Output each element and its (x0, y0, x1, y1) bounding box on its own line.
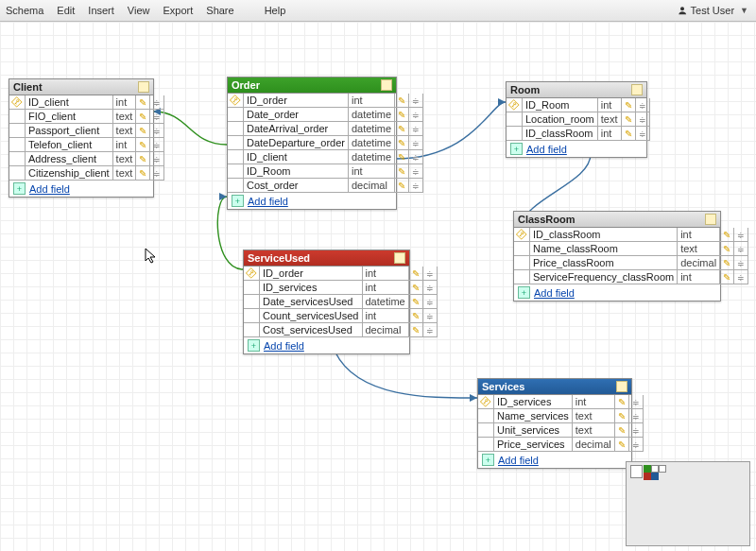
table-row[interactable]: Date_orderdatetime✎≑ (228, 108, 423, 122)
add-field[interactable]: +Add field (514, 284, 720, 301)
table-row[interactable]: ⚿ID_orderint✎≑ (244, 267, 437, 281)
table-row[interactable]: Citizenship_clienttext✎≑ (9, 166, 164, 181)
reorder-handle[interactable]: ≑ (734, 270, 748, 284)
add-field-link[interactable]: Add field (526, 144, 567, 155)
edit-field[interactable]: ✎ (621, 127, 635, 141)
table-row[interactable]: ID_Roomint✎≑ (228, 164, 423, 179)
edit-field[interactable]: ✎ (136, 95, 150, 110)
table-header[interactable]: Room (507, 82, 646, 98)
table-header[interactable]: Order (228, 77, 396, 94)
edit-field[interactable]: ✎ (614, 423, 628, 438)
reorder-handle[interactable]: ≑ (734, 242, 748, 256)
table-order[interactable]: Order ⚿ID_orderint✎≑Date_orderdatetime✎≑… (227, 77, 397, 210)
reorder-handle[interactable]: ≑ (150, 138, 164, 152)
reorder-handle[interactable]: ≑ (409, 94, 423, 108)
table-row[interactable]: ⚿ID_orderint✎≑ (228, 94, 423, 108)
add-field[interactable]: +Add field (244, 337, 409, 353)
table-header[interactable]: Client (9, 79, 153, 95)
reorder-handle[interactable]: ≑ (628, 409, 643, 423)
menu-help[interactable]: Help (265, 5, 286, 16)
add-field[interactable]: +Add field (9, 181, 153, 197)
table-row[interactable]: Unit_servicestext✎≑ (478, 423, 643, 438)
table-row[interactable]: Price_classRoomdecimal✎≑ (514, 256, 748, 270)
table-row[interactable]: Address_clienttext✎≑ (9, 152, 164, 166)
reorder-handle[interactable]: ≑ (150, 152, 164, 166)
edit-table-icon[interactable] (631, 84, 643, 95)
edit-field[interactable]: ✎ (395, 122, 409, 136)
edit-field[interactable]: ✎ (614, 409, 628, 423)
reorder-handle[interactable]: ≑ (150, 110, 164, 124)
reorder-handle[interactable]: ≑ (409, 164, 423, 179)
reorder-handle[interactable]: ≑ (422, 267, 437, 281)
edit-field[interactable]: ✎ (408, 323, 422, 337)
menu-edit[interactable]: Edit (57, 5, 75, 16)
user-menu[interactable]: Test User ▼ (678, 5, 748, 16)
table-row[interactable]: FIO_clienttext✎≑ (9, 110, 164, 124)
table-row[interactable]: ID_clientdatetime✎≑ (228, 150, 423, 164)
edit-field[interactable]: ✎ (720, 270, 734, 284)
reorder-handle[interactable]: ≑ (628, 438, 643, 452)
edit-table-icon[interactable] (381, 79, 392, 91)
add-field[interactable]: +Add field (507, 141, 646, 157)
edit-field[interactable]: ✎ (720, 256, 734, 270)
table-services[interactable]: Services ⚿ID_servicesint✎≑Name_servicest… (477, 378, 632, 469)
table-row[interactable]: Count_servicesUsedint✎≑ (244, 309, 437, 323)
edit-field[interactable]: ✎ (614, 395, 628, 409)
reorder-handle[interactable]: ≑ (409, 136, 423, 150)
edit-field[interactable]: ✎ (136, 110, 150, 124)
edit-field[interactable]: ✎ (136, 138, 150, 152)
table-row[interactable]: Cost_servicesUseddecimal✎≑ (244, 323, 437, 337)
reorder-handle[interactable]: ≑ (409, 179, 423, 193)
add-field-link[interactable]: Add field (248, 196, 288, 207)
reorder-handle[interactable]: ≑ (635, 98, 649, 112)
table-row[interactable]: ⚿ID_classRoomint✎≑ (514, 228, 748, 242)
table-room[interactable]: Room ⚿ID_Roomint✎≑Location_roomtext✎≑ID_… (506, 81, 647, 158)
table-row[interactable]: ID_servicesint✎≑ (244, 281, 437, 295)
reorder-handle[interactable]: ≑ (422, 309, 437, 323)
edit-field[interactable]: ✎ (720, 228, 734, 242)
edit-field[interactable]: ✎ (720, 242, 734, 256)
reorder-handle[interactable]: ≑ (409, 122, 423, 136)
edit-field[interactable]: ✎ (621, 112, 635, 127)
reorder-handle[interactable]: ≑ (422, 323, 437, 337)
menu-insert[interactable]: Insert (88, 5, 114, 16)
reorder-handle[interactable]: ≑ (409, 150, 423, 164)
edit-field[interactable]: ✎ (408, 267, 422, 281)
table-row[interactable]: DateDeparture_orderdatetime✎≑ (228, 136, 423, 150)
add-field-link[interactable]: Add field (264, 340, 304, 352)
add-field[interactable]: +Add field (478, 452, 631, 468)
add-field-link[interactable]: Add field (29, 183, 70, 195)
reorder-handle[interactable]: ≑ (635, 127, 649, 141)
menu-share[interactable]: Share (206, 5, 233, 16)
table-row[interactable]: Name_servicestext✎≑ (478, 409, 643, 423)
table-header[interactable]: Services (478, 379, 631, 395)
table-row[interactable]: Date_servicesUseddatetime✎≑ (244, 295, 437, 309)
menu-view[interactable]: View (128, 5, 150, 16)
table-classroom[interactable]: ClassRoom ⚿ID_classRoomint✎≑Name_classRo… (513, 211, 721, 301)
reorder-handle[interactable]: ≑ (628, 423, 643, 438)
table-row[interactable]: Passport_clienttext✎≑ (9, 124, 164, 138)
edit-field[interactable]: ✎ (395, 179, 409, 193)
table-row[interactable]: Location_roomtext✎≑ (507, 112, 649, 127)
menu-schema[interactable]: Schema (6, 5, 43, 16)
edit-field[interactable]: ✎ (621, 98, 635, 112)
menu-export[interactable]: Export (163, 5, 194, 16)
table-client[interactable]: Client ⚿ID_clientint✎≑FIO_clienttext✎≑Pa… (9, 78, 154, 198)
reorder-handle[interactable]: ≑ (734, 228, 748, 242)
reorder-handle[interactable]: ≑ (422, 295, 437, 309)
edit-field[interactable]: ✎ (408, 295, 422, 309)
table-row[interactable]: Name_classRoomtext✎≑ (514, 242, 748, 256)
table-row[interactable]: DateArrival_orderdatetime✎≑ (228, 122, 423, 136)
edit-field[interactable]: ✎ (408, 309, 422, 323)
edit-table-icon[interactable] (394, 252, 405, 264)
edit-field[interactable]: ✎ (408, 281, 422, 295)
reorder-handle[interactable]: ≑ (628, 395, 643, 409)
edit-field[interactable]: ✎ (136, 152, 150, 166)
edit-field[interactable]: ✎ (395, 164, 409, 179)
table-header[interactable]: ServiceUsed (244, 250, 409, 267)
reorder-handle[interactable]: ≑ (150, 95, 164, 110)
edit-field[interactable]: ✎ (136, 124, 150, 138)
table-row[interactable]: Price_servicesdecimal✎≑ (478, 438, 643, 452)
table-row[interactable]: Cost_orderdecimal✎≑ (228, 179, 423, 193)
edit-table-icon[interactable] (705, 214, 716, 225)
